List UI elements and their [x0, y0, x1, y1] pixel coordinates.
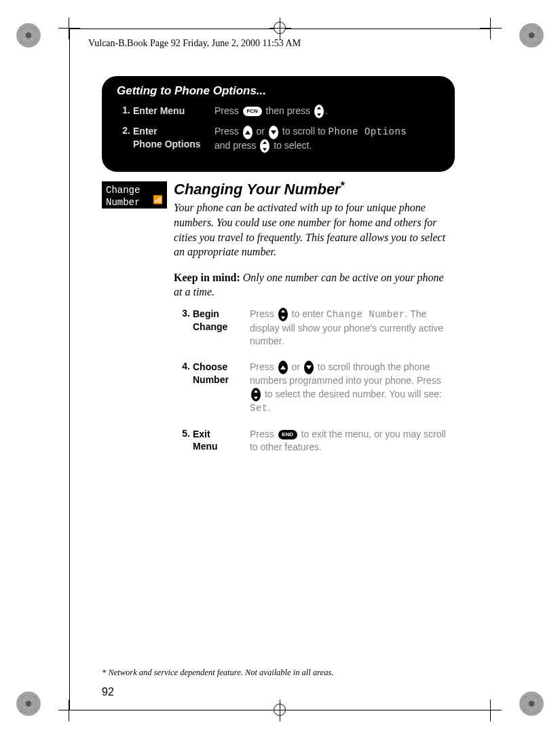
- section-changing-number: Change Number 📶 Changing Your Number* Yo…: [102, 181, 455, 268]
- step-label: Enter Phone Options: [133, 125, 214, 151]
- section-paragraph-1: Your phone can be activated with up to f…: [174, 200, 455, 259]
- page-content: Getting to Phone Options... 1. Enter Men…: [102, 76, 455, 461]
- step-label: Begin Change: [193, 308, 250, 334]
- crop-mark-icon: [480, 700, 502, 721]
- text: to enter: [292, 308, 326, 319]
- mono-text: Change Number: [326, 309, 405, 320]
- title-text: Changing Your Number: [174, 181, 341, 198]
- step-description: Press or to scroll to Phone Options and …: [214, 125, 443, 153]
- step-label: Exit Menu: [193, 428, 250, 454]
- text: to select the desired number. You will s…: [265, 389, 442, 399]
- screen-label-text: Change Number: [106, 185, 140, 208]
- step-description: Press to enter Change Number. The displa…: [250, 308, 455, 348]
- registration-mark-icon: [16, 691, 41, 716]
- step-label: Enter Menu: [133, 105, 214, 118]
- text: to scroll to: [282, 126, 329, 137]
- text: or: [257, 126, 267, 137]
- down-key-icon: [304, 361, 314, 374]
- registration-mark-icon: [519, 23, 544, 48]
- step-description: Press or to scroll through the phone num…: [250, 361, 455, 416]
- fcn-key-icon: FCN: [243, 107, 262, 116]
- step-label: Choose Number: [193, 361, 250, 386]
- end-key-icon: END: [278, 430, 297, 439]
- keep-in-mind-label: Keep in mind:: [174, 272, 240, 283]
- text: Press: [214, 126, 242, 137]
- getting-to-phone-options-box: Getting to Phone Options... 1. Enter Men…: [102, 76, 455, 172]
- page-number: 92: [102, 686, 114, 698]
- text: .: [325, 105, 328, 116]
- up-key-icon: [243, 126, 253, 139]
- mono-text: Set: [250, 403, 268, 414]
- step-number: 3.: [174, 308, 193, 319]
- crop-line: [69, 29, 70, 710]
- scroll-key-icon: [278, 308, 288, 321]
- down-key-icon: [269, 126, 278, 139]
- running-head: Vulcan-B.Book Page 92 Friday, June 2, 20…: [88, 38, 301, 49]
- text: Press: [214, 105, 242, 116]
- scroll-key-icon: [260, 139, 269, 153]
- step-row-5: 5. Exit Menu Press END to exit the menu,…: [174, 428, 455, 454]
- section-title: Changing Your Number*: [174, 181, 455, 198]
- text: .: [268, 402, 271, 413]
- step-number: 1.: [114, 105, 133, 115]
- section-paragraph-2: Keep in mind: Only one number can be act…: [174, 270, 455, 300]
- registration-mark-icon: [16, 23, 41, 48]
- registration-mark-icon: [519, 691, 544, 716]
- scroll-key-icon: [314, 105, 324, 118]
- mono-text: Phone Options: [329, 126, 407, 137]
- footnote: * Network and service dependent feature.…: [102, 668, 333, 678]
- text: to select.: [274, 140, 312, 151]
- asterisk: *: [341, 180, 345, 192]
- up-key-icon: [278, 361, 288, 374]
- scroll-key-icon: [251, 388, 261, 401]
- screen-label: Change Number 📶: [102, 181, 167, 209]
- step-number: 2.: [114, 125, 133, 136]
- step-number: 4.: [174, 361, 193, 372]
- text: Press: [250, 361, 277, 372]
- text: or: [292, 361, 303, 372]
- box-title: Getting to Phone Options...: [117, 84, 443, 98]
- step-row-1: 1. Enter Menu Press FCN then press .: [114, 105, 443, 118]
- antenna-icon: 📶: [153, 196, 163, 206]
- step-number: 5.: [174, 428, 193, 439]
- crop-target-icon: [269, 700, 291, 721]
- crop-target-icon: [269, 18, 291, 39]
- step-row-3: 3. Begin Change Press to enter Change Nu…: [174, 308, 455, 348]
- steps-white: 3. Begin Change Press to enter Change Nu…: [174, 308, 455, 454]
- text: and press: [214, 140, 259, 151]
- text: then press: [266, 105, 313, 116]
- text: Press: [250, 308, 277, 319]
- step-description: Press FCN then press .: [214, 105, 443, 118]
- step-description: Press END to exit the menu, or you may s…: [250, 428, 455, 454]
- text: Press: [250, 429, 277, 439]
- step-row-4: 4. Choose Number Press or to scroll thro…: [174, 361, 455, 416]
- step-row-2: 2. Enter Phone Options Press or to scrol…: [114, 125, 443, 153]
